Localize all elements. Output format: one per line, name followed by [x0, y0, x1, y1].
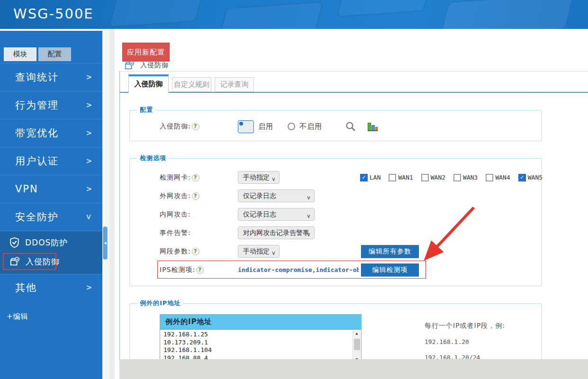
- stamp-check-icon: [124, 60, 135, 71]
- sidebar-item-vpn[interactable]: VPN >: [0, 175, 102, 203]
- breadcrumb-label: 入侵防御: [140, 61, 169, 70]
- select-value: 手动指定: [243, 247, 270, 255]
- content-panel: 入侵防御 自定义规则 记录查询 配置 入侵防御: ? 启用 不启用: [119, 71, 588, 379]
- segment-params-select[interactable]: 手动指定 >: [238, 245, 280, 258]
- edit-all-params-button[interactable]: 编辑所有参数: [361, 245, 419, 258]
- ips-items-value: indicator-compromise,indicator-ob…: [238, 266, 359, 273]
- checkbox-wan5[interactable]: ✓ WAN5: [518, 174, 543, 181]
- checkbox-unchecked: [421, 174, 429, 181]
- wan-attack-select[interactable]: 仅记录日志 >: [238, 190, 315, 202]
- exception-ip-column: 例外的IP地址 192.168.1.25 10.173.209.1 192.16…: [160, 314, 362, 364]
- sidebar-item-query-stats[interactable]: 查询统计 >: [0, 63, 102, 91]
- sidebar-item-label: 其他: [15, 281, 37, 294]
- field-label: 事件告警:: [160, 229, 238, 237]
- checkbox-wan4[interactable]: WAN4: [486, 174, 510, 181]
- select-value: 仅记录日志: [243, 192, 276, 199]
- field-label-text: 检测网卡:: [160, 173, 191, 182]
- detect-nic-select[interactable]: 手动指定 >: [238, 171, 280, 184]
- interface-checkbox-group: ✓ LAN WAN1 WAN2 WAN3: [360, 174, 543, 181]
- bar: [368, 123, 371, 130]
- app-title: WSG-500E: [13, 6, 94, 22]
- field-label: 检测网卡: ?: [160, 173, 238, 182]
- event-alarm-select[interactable]: 对内网攻击记录告警事 >: [238, 226, 315, 239]
- chevron-right-icon: >: [86, 101, 92, 109]
- sidebar-submenu-security: DDOS防护 入侵防御: [0, 231, 102, 274]
- apply-config-button[interactable]: 应用新配置: [122, 43, 170, 62]
- tab-intrusion-prevention[interactable]: 入侵防御: [128, 74, 169, 93]
- sidebar-item-label: 带宽优化: [15, 126, 59, 140]
- field-label: 网段参数: ?: [160, 247, 238, 256]
- chevron-down-icon: >: [268, 177, 280, 181]
- tab-custom-rules[interactable]: 自定义规则: [172, 77, 211, 92]
- radio-enable-label[interactable]: 启用: [258, 122, 273, 131]
- ip-hint-text: 每行一个IP或者IP段，例:: [425, 322, 505, 330]
- sidebar-item-label: 查询统计: [15, 71, 59, 84]
- keyboard-decoration: [337, 0, 431, 17]
- scrollbar[interactable]: ▲ ▼: [353, 330, 361, 363]
- sidebar: 模块 配置 查询统计 > 行为管理 > 带宽优化 > 用户认证 > VPN > …: [0, 31, 102, 379]
- bar-chart-icon[interactable]: [368, 122, 378, 131]
- radio-enable[interactable]: [238, 120, 254, 133]
- field-label-text: 内网攻击:: [160, 210, 191, 219]
- checkbox-label: WAN2: [431, 174, 445, 181]
- sidebar-item-behavior[interactable]: 行为管理 >: [0, 91, 102, 119]
- edit-detection-items-button[interactable]: 编辑检测项: [361, 263, 419, 276]
- sidebar-edit-link[interactable]: +编辑: [7, 312, 102, 321]
- chevron-down-icon: >: [303, 196, 315, 200]
- search-icon[interactable]: [345, 121, 356, 132]
- tab-modules[interactable]: 模块: [4, 47, 36, 61]
- checkbox-wan1[interactable]: WAN1: [389, 174, 413, 181]
- help-icon[interactable]: ?: [192, 192, 199, 200]
- chevron-right-icon: >: [86, 73, 92, 81]
- sidebar-item-ddos[interactable]: DDOS防护: [0, 233, 102, 252]
- select-value: 手动指定: [243, 173, 270, 181]
- help-icon[interactable]: ?: [196, 266, 204, 274]
- chevron-right-icon: >: [86, 185, 92, 193]
- checkbox-wan3[interactable]: WAN3: [453, 174, 478, 181]
- sidebar-item-intrusion-prevention[interactable]: 入侵防御: [0, 252, 102, 271]
- checkbox-unchecked: [453, 174, 461, 181]
- sidebar-item-bandwidth[interactable]: 带宽优化 >: [0, 119, 102, 147]
- section-legend: 配置: [137, 106, 155, 114]
- select-value: 对内网攻击记录告警事: [243, 229, 309, 236]
- radio-disable-label[interactable]: 不启用: [299, 122, 322, 131]
- field-label-text: 入侵防御:: [160, 122, 191, 131]
- select-value: 仅记录日志: [243, 210, 276, 218]
- sidebar-item-security[interactable]: 安全防护 >: [0, 203, 102, 231]
- breadcrumb: 入侵防御: [124, 60, 169, 71]
- bar: [371, 125, 375, 130]
- bar: [375, 127, 378, 130]
- form-row-ips-items: IPS检测项: ? indicator-compromise,indicator…: [130, 261, 542, 279]
- exception-ip-table-header: 例外的IP地址: [160, 314, 362, 329]
- scroll-up-icon[interactable]: ▲: [353, 330, 361, 337]
- help-icon[interactable]: ?: [192, 248, 199, 255]
- help-icon[interactable]: ?: [192, 123, 199, 130]
- keyboard-decoration: [109, 0, 204, 27]
- tab-log-query[interactable]: 记录查询: [215, 77, 254, 92]
- detection-options-section: 检测选项 检测网卡: ? 手动指定 > ✓ LAN: [129, 154, 542, 286]
- sidebar-item-label: DDOS防护: [25, 237, 68, 248]
- checkbox-label: WAN1: [398, 174, 413, 181]
- checkbox-wan2[interactable]: WAN2: [421, 174, 445, 181]
- checkbox-lan[interactable]: ✓ LAN: [360, 174, 380, 181]
- checkbox-label: LAN: [370, 174, 380, 181]
- radio-disable[interactable]: [288, 123, 295, 130]
- ip-example: 192.168.1.20: [425, 338, 505, 345]
- form-row-segment-params: 网段参数: ? 手动指定 > 编辑所有参数: [130, 242, 542, 261]
- form-row-wan-attack: 外网攻击: ? 仅记录日志 >: [130, 187, 542, 205]
- checkbox-unchecked: [389, 174, 396, 181]
- tab-content: 配置 入侵防御: ? 启用 不启用: [120, 93, 588, 373]
- field-label-text: 事件告警:: [160, 229, 191, 237]
- tab-config[interactable]: 配置: [38, 47, 71, 61]
- scrollbar-thumb[interactable]: [354, 339, 360, 350]
- field-label-text: 网段参数:: [160, 247, 191, 256]
- sidebar-item-other[interactable]: 其他 >: [0, 274, 102, 301]
- chevron-right-icon: >: [86, 283, 92, 292]
- form-row: 入侵防御: ? 启用 不启用: [130, 114, 542, 139]
- lan-attack-select[interactable]: 仅记录日志 >: [238, 208, 315, 221]
- sidebar-item-user-auth[interactable]: 用户认证 >: [0, 147, 102, 175]
- help-icon[interactable]: ?: [192, 174, 199, 181]
- main-area: 应用新配置 入侵防御 入侵防御 自定义规则 记录查询 配置 入侵防御: ?: [115, 29, 588, 379]
- field-label: 内网攻击:: [160, 210, 238, 219]
- sidebar-collapse-handle[interactable]: ◀: [103, 226, 108, 260]
